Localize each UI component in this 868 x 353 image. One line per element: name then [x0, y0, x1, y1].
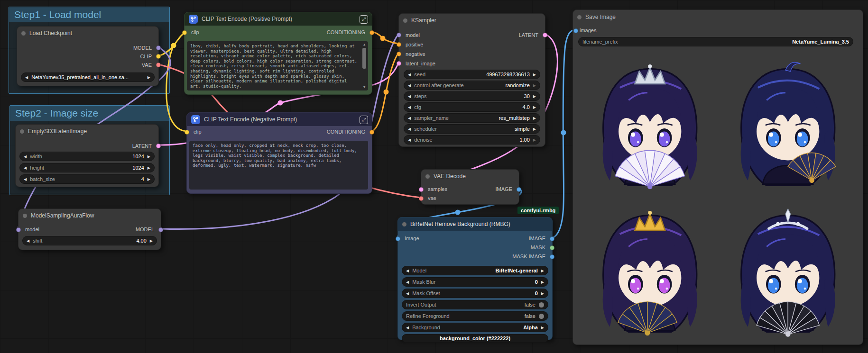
expand-icon[interactable]: ⤢ [360, 116, 368, 124]
model-input-port[interactable] [16, 227, 21, 232]
conditioning-input-port[interactable] [397, 52, 401, 56]
clip-input-port[interactable] [182, 30, 187, 35]
expand-icon[interactable]: ⤢ [360, 15, 368, 24]
ckpt-name-widget[interactable]: ◀ NetaYumev35_pretrained_all_in_one.sa..… [21, 72, 155, 82]
model-widget[interactable]: ◀ Model BiRefNet-general ▶ [402, 266, 548, 275]
node-birefnet-header[interactable]: BiRefNet Remove Background (RMBG) [398, 217, 552, 231]
cfg-widget[interactable]: ◀ cfg 4.0 ▶ [404, 102, 540, 112]
toggle-knob[interactable] [539, 314, 544, 319]
next-arrow-icon[interactable]: ▶ [541, 269, 544, 273]
next-arrow-icon[interactable]: ▶ [533, 116, 536, 120]
conditioning-input-port[interactable] [397, 42, 401, 47]
mask-image-output-port[interactable] [550, 254, 554, 259]
node-graph-canvas[interactable]: Step1 - Load model Step2 - Image size [0, 0, 868, 353]
node-save-image-header[interactable]: Save Image [573, 10, 863, 24]
next-arrow-icon[interactable]: ▶ [533, 105, 536, 109]
prev-arrow-icon[interactable]: ◀ [406, 291, 409, 296]
next-arrow-icon[interactable]: ▶ [541, 326, 544, 330]
next-arrow-icon[interactable]: ▶ [541, 291, 544, 296]
next-arrow-icon[interactable]: ▶ [150, 239, 153, 243]
textarea-scrollbar[interactable]: ▲ ▼ [361, 42, 367, 90]
width-widget[interactable]: ◀ width 1024 ▶ [19, 152, 155, 161]
scroll-down-icon[interactable]: ▼ [361, 85, 367, 90]
prev-arrow-icon[interactable]: ◀ [25, 75, 28, 80]
node-birefnet-rmbg[interactable]: BiRefNet Remove Background (RMBG) Image … [397, 217, 553, 340]
node-model-sampling-auraflow[interactable]: ModelSamplingAuraFlow model MODEL ◀ shif… [18, 208, 161, 250]
node-clip-positive[interactable]: CLIP Text Encode (Positive Prompt) ⤢ cli… [184, 12, 372, 95]
next-arrow-icon[interactable]: ▶ [148, 75, 150, 80]
node-clip-negative[interactable]: CLIP Text Encode (Negative Prompt) ⤢ cli… [186, 112, 372, 194]
shift-widget[interactable]: ◀ shift 4.00 ▶ [22, 236, 157, 245]
next-arrow-icon[interactable]: ▶ [533, 138, 536, 142]
latent-input-port[interactable] [419, 187, 424, 192]
model-output-port[interactable] [156, 45, 161, 50]
height-widget[interactable]: ◀ height 1024 ▶ [19, 163, 155, 172]
image-input-port[interactable] [396, 236, 400, 241]
control-after-generate-widget[interactable]: ◀ control after generate randomize ▶ [404, 81, 540, 90]
next-arrow-icon[interactable]: ▶ [148, 177, 150, 181]
model-output-port[interactable] [158, 227, 163, 232]
invert-output-toggle[interactable]: Invert Output false [402, 300, 548, 309]
prev-arrow-icon[interactable]: ◀ [408, 72, 411, 77]
node-vae-decode-header[interactable]: VAE Decode [421, 170, 519, 183]
image-output-port[interactable] [517, 187, 521, 192]
prev-arrow-icon[interactable]: ◀ [408, 127, 411, 131]
next-arrow-icon[interactable]: ▶ [148, 166, 150, 170]
refine-foreground-toggle[interactable]: Refine Foreground false [402, 311, 548, 321]
sampler-name-widget[interactable]: ◀ sampler_name res_multistep ▶ [404, 113, 540, 123]
clip-output-port[interactable] [156, 54, 161, 59]
latent-output-port[interactable] [543, 33, 547, 37]
node-empty-latent[interactable]: EmptySD3LatentImage LATENT ◀ width 1024 … [15, 124, 159, 187]
toggle-knob[interactable] [539, 302, 544, 308]
prev-arrow-icon[interactable]: ◀ [27, 239, 29, 243]
model-input-port[interactable] [397, 33, 401, 37]
prev-arrow-icon[interactable]: ◀ [408, 105, 411, 109]
prev-arrow-icon[interactable]: ◀ [408, 116, 411, 120]
clip-input-port[interactable] [185, 130, 189, 135]
group-step2-title[interactable]: Step2 - Image size [10, 106, 169, 121]
node-ksampler[interactable]: KSampler model LATENT positive negative … [398, 13, 545, 147]
node-ksampler-header[interactable]: KSampler [399, 14, 545, 27]
node-load-checkpoint-header[interactable]: Load Checkpoint [17, 27, 158, 40]
scroll-up-icon[interactable]: ▲ [361, 42, 367, 47]
positive-prompt-textarea[interactable]: 1boy, chibi, halfy body portrait, head a… [187, 41, 368, 91]
conditioning-output-port[interactable] [369, 30, 374, 35]
negative-prompt-textarea[interactable]: face only, head only, cropped at neck, n… [189, 141, 368, 190]
next-arrow-icon[interactable]: ▶ [541, 280, 544, 284]
next-arrow-icon[interactable]: ▶ [533, 94, 536, 99]
prev-arrow-icon[interactable]: ◀ [408, 138, 411, 142]
prev-arrow-icon[interactable]: ◀ [406, 269, 409, 273]
vae-output-port[interactable] [156, 63, 161, 67]
next-arrow-icon[interactable]: ▶ [148, 154, 150, 159]
next-arrow-icon[interactable]: ▶ [533, 83, 536, 88]
prev-arrow-icon[interactable]: ◀ [406, 280, 409, 284]
node-save-image[interactable]: Save Image images filename_prefix NetaYu… [573, 9, 863, 345]
denoise-widget[interactable]: ◀ denoise 1.00 ▶ [404, 135, 540, 145]
mask-blur-widget[interactable]: ◀ Mask Blur 0 ▶ [402, 277, 548, 287]
scrollbar-thumb[interactable] [362, 48, 366, 69]
steps-widget[interactable]: ◀ steps 30 ▶ [404, 91, 540, 101]
latent-input-port[interactable] [397, 61, 401, 66]
node-clip-negative-header[interactable]: CLIP Text Encode (Negative Prompt) ⤢ [187, 113, 372, 126]
seed-widget[interactable]: ◀ seed 499673298236613 ▶ [404, 70, 540, 79]
node-msaf-header[interactable]: ModelSamplingAuraFlow [18, 209, 161, 222]
node-load-checkpoint[interactable]: Load Checkpoint MODEL CLIP VAE ◀ NetaYum… [17, 26, 159, 86]
vae-input-port[interactable] [419, 196, 424, 201]
filename-prefix-widget[interactable]: filename_prefix NetaYume_Lumina_3.5 [578, 37, 853, 46]
mask-offset-widget[interactable]: ◀ Mask Offset 0 ▶ [402, 289, 548, 298]
background-widget[interactable]: ◀ Background Alpha ▶ [402, 323, 548, 332]
node-clip-positive-header[interactable]: CLIP Text Encode (Positive Prompt) ⤢ [185, 12, 372, 26]
prev-arrow-icon[interactable]: ◀ [24, 166, 27, 170]
prev-arrow-icon[interactable]: ◀ [24, 177, 27, 181]
conditioning-output-port[interactable] [369, 130, 374, 135]
group-step1-title[interactable]: Step1 - Load model [9, 7, 169, 22]
next-arrow-icon[interactable]: ▶ [533, 72, 536, 77]
image-input-port[interactable] [573, 28, 578, 33]
prev-arrow-icon[interactable]: ◀ [408, 83, 411, 88]
next-arrow-icon[interactable]: ▶ [533, 127, 536, 131]
latent-output-port[interactable] [156, 144, 161, 148]
node-vae-decode[interactable]: VAE Decode samples IMAGE vae [421, 169, 519, 205]
image-output-port[interactable] [550, 236, 554, 241]
prev-arrow-icon[interactable]: ◀ [408, 94, 411, 99]
mask-output-port[interactable] [550, 245, 554, 250]
